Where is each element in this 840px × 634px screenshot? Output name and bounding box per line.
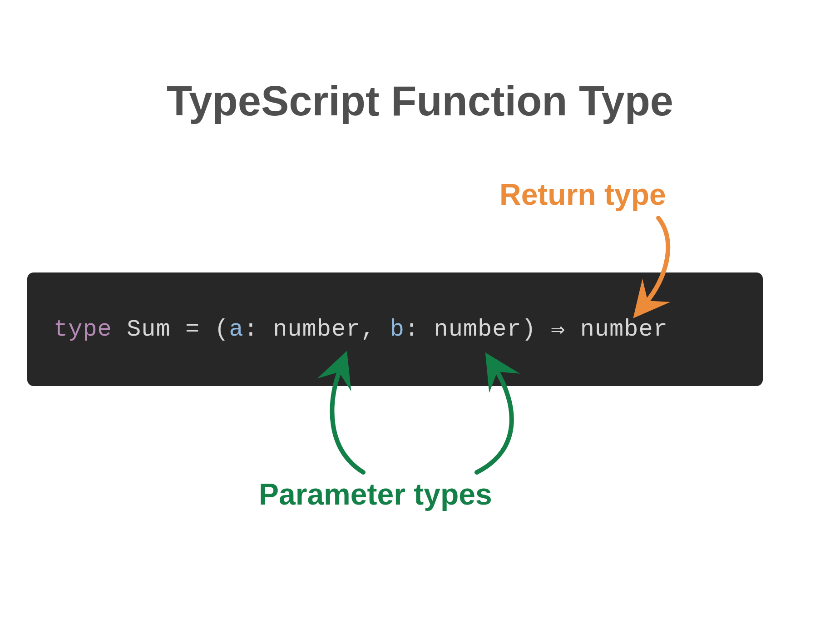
code-param2-type: number — [434, 316, 521, 343]
code-space — [112, 316, 127, 343]
code-keyword: type — [54, 316, 112, 343]
code-arrow: ⇒ — [536, 315, 580, 344]
code-comma: , — [361, 316, 390, 343]
code-colon1: : — [244, 316, 273, 343]
code-param2-name: b — [390, 316, 405, 343]
code-lparen: ( — [214, 316, 229, 343]
code-param1-name: a — [229, 316, 244, 343]
code-typename: Sum — [127, 316, 171, 343]
code-equals: = — [171, 316, 215, 343]
diagram-title: TypeScript Function Type — [0, 77, 840, 125]
return-type-label: Return type — [499, 177, 666, 212]
code-param1-type: number — [273, 316, 361, 343]
code-colon2: : — [405, 316, 434, 343]
code-block: type Sum = (a: number, b: number) ⇒ numb… — [27, 272, 763, 386]
code-return-type: number — [580, 316, 668, 343]
code-rparen: ) — [522, 316, 536, 343]
parameter-types-label: Parameter types — [259, 477, 492, 511]
